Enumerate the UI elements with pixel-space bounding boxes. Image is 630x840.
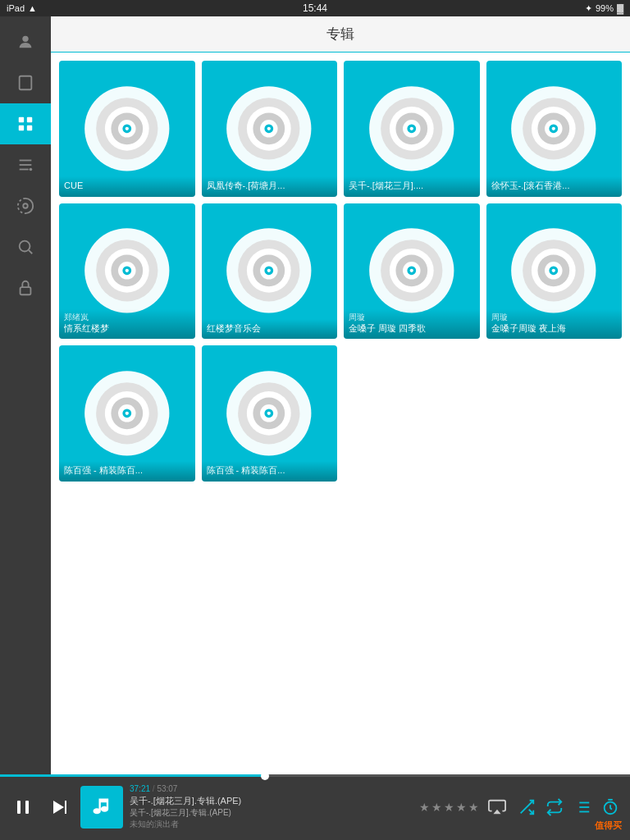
album-card-8[interactable]: 周璇 金嗓子周璇 夜上海 (486, 203, 623, 340)
header: 专辑 (51, 16, 630, 52)
svg-point-34 (410, 127, 413, 130)
svg-rect-2 (19, 117, 24, 122)
sidebar-item-search[interactable] (0, 226, 51, 267)
player-time: 37:21 / 53:07 (130, 784, 413, 793)
battery-icon: ▓ (617, 3, 623, 13)
album-artist-8: 周璇 (491, 313, 618, 322)
star-5[interactable]: ★ (468, 801, 479, 814)
list-button[interactable] (571, 796, 594, 819)
album-title-3: 吴千-.[烟花三月].... (349, 180, 475, 191)
album-title-5: 情系红楼梦 (64, 322, 190, 334)
svg-point-83 (267, 412, 271, 415)
sidebar-item-library[interactable] (0, 103, 51, 144)
svg-point-76 (126, 412, 129, 415)
watermark-label: 值得买 (595, 819, 622, 832)
sidebar-item-radio[interactable] (0, 185, 51, 226)
next-button[interactable] (44, 792, 74, 822)
repeat-button[interactable] (543, 796, 566, 819)
star-1[interactable]: ★ (419, 801, 430, 814)
player-total-time: 53:07 (157, 784, 177, 793)
status-bar: iPad ▲ 15:44 ✦ 99% ▓ (0, 0, 630, 16)
player-bar: 37:21 / 53:07 吴千-.[烟花三月].专辑.(APE) 吴千-.[烟… (0, 774, 630, 840)
album-card-9[interactable]: 陈百强 - 精装陈百... (59, 345, 195, 482)
player-track-2: 吴千-.[烟花三月].专辑.(APE) (130, 807, 413, 819)
svg-point-20 (126, 127, 129, 130)
svg-rect-84 (17, 801, 21, 814)
album-grid: CUE 凤凰传奇-.[荷塘月... (59, 61, 622, 482)
sidebar-item-playlist[interactable] (0, 144, 51, 185)
svg-point-9 (30, 168, 33, 171)
album-title-2: 凤凰传奇-.[荷塘月... (207, 180, 333, 191)
carrier-label: iPad (7, 3, 25, 13)
svg-point-69 (552, 269, 555, 272)
svg-point-41 (552, 127, 555, 130)
album-card-6[interactable]: 红楼梦音乐会 (202, 203, 338, 340)
album-title-7: 金嗓子 周璇 四季歌 (349, 322, 475, 334)
svg-rect-85 (25, 801, 29, 814)
svg-marker-88 (493, 810, 500, 815)
album-card-2[interactable]: 凤凰传奇-.[荷塘月... (202, 61, 338, 197)
album-card-10[interactable]: 陈百强 - 精装陈百... (202, 345, 338, 482)
album-card-1[interactable]: CUE (59, 61, 195, 197)
album-title-10: 陈百强 - 精装陈百... (207, 464, 333, 476)
timer-button[interactable] (599, 796, 622, 819)
svg-rect-87 (65, 801, 66, 814)
player-thumbnail[interactable] (80, 786, 123, 829)
player-progress-fill (0, 774, 265, 777)
svg-rect-5 (27, 126, 32, 130)
shuffle-button[interactable] (515, 796, 538, 819)
svg-rect-4 (19, 126, 24, 130)
svg-point-48 (126, 269, 129, 272)
player-progress-dot[interactable] (261, 772, 269, 780)
album-card-4[interactable]: 徐怀玉-.[滚石香港... (486, 61, 623, 197)
svg-point-10 (23, 203, 28, 208)
airplay-button[interactable] (486, 796, 509, 819)
album-title-6: 红楼梦音乐会 (207, 322, 333, 334)
album-title-4: 徐怀玉-.[滚石香港... (491, 180, 618, 191)
player-track-1: 吴千-.[烟花三月].专辑.(APE) (130, 795, 413, 807)
svg-point-0 (22, 36, 28, 42)
bluetooth-icon: ✦ (585, 3, 592, 14)
album-card-3[interactable]: 吴千-.[烟花三月].... (344, 61, 480, 197)
player-right-icons (515, 796, 622, 819)
album-artist-7: 周璇 (349, 313, 475, 322)
sidebar-item-profile[interactable] (0, 21, 51, 62)
star-4[interactable]: ★ (456, 801, 467, 814)
page-title: 专辑 (326, 25, 354, 43)
album-title-8: 金嗓子周璇 夜上海 (491, 322, 618, 334)
album-card-5[interactable]: 郑绪岚 情系红楼梦 (59, 203, 195, 340)
sidebar-item-tablet[interactable] (0, 62, 51, 103)
album-title-1: CUE (64, 180, 190, 191)
star-rating[interactable]: ★ ★ ★ ★ ★ (419, 801, 479, 814)
player-artist: 未知的演出者 (130, 819, 413, 830)
player-current-time: 37:21 (130, 784, 150, 793)
svg-rect-3 (27, 117, 32, 122)
star-2[interactable]: ★ (431, 801, 442, 814)
wifi-icon: ▲ (28, 3, 37, 13)
svg-line-12 (29, 250, 32, 253)
star-3[interactable]: ★ (444, 801, 454, 814)
album-card-7[interactable]: 周璇 金嗓子 周璇 四季歌 (344, 203, 480, 340)
main-content: CUE 凤凰传奇-.[荷塘月... (51, 52, 630, 774)
album-artist-5: 郑绪岚 (64, 313, 190, 322)
status-time: 15:44 (303, 2, 327, 14)
svg-point-55 (267, 269, 271, 272)
pause-button[interactable] (8, 792, 38, 822)
sidebar-item-lock[interactable] (0, 267, 51, 308)
svg-rect-13 (21, 287, 31, 294)
svg-point-62 (410, 269, 413, 272)
battery-label: 99% (596, 3, 614, 13)
svg-point-11 (20, 241, 30, 252)
svg-rect-1 (20, 76, 32, 90)
player-info: 37:21 / 53:07 吴千-.[烟花三月].专辑.(APE) 吴千-.[烟… (130, 784, 413, 830)
player-progress-bar[interactable] (0, 774, 630, 777)
svg-point-27 (267, 127, 271, 130)
album-title-9: 陈百强 - 精装陈百... (64, 464, 190, 476)
sidebar (0, 16, 51, 840)
svg-marker-86 (53, 801, 64, 814)
